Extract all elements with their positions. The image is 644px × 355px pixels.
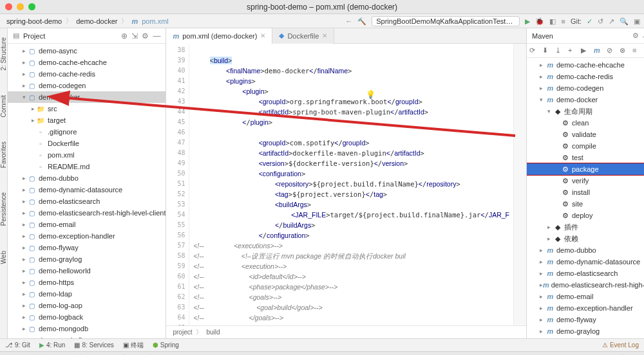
bottom-spring[interactable]: ⬢Spring [153, 341, 179, 349]
add-icon[interactable]: + [568, 46, 577, 55]
expand-arrow-icon[interactable]: ▸ [540, 73, 546, 80]
tree-item[interactable]: ▸▢demo-cache-redis [8, 68, 166, 80]
maven-tree-item[interactable]: ⚙compile [527, 140, 644, 152]
maven-tree-item[interactable]: ▸◆依赖 [527, 233, 644, 244]
expand-arrow-icon[interactable]: ▸ [540, 259, 546, 265]
tree-item[interactable]: ▸▢demo-ldap [8, 288, 166, 300]
tree-item[interactable]: ▸▢demo-async [8, 45, 166, 57]
tab-persistence[interactable]: Persistence [0, 190, 7, 228]
tree-item[interactable]: ▸▢demo-log-aop [8, 300, 166, 311]
maven-tree-item[interactable]: ▸mdemo-codegen [527, 82, 644, 94]
tree-item[interactable]: ▸▢demo-codegen [8, 80, 166, 91]
generate-sources-icon[interactable]: ⬇ [542, 46, 551, 55]
expand-arrow-icon[interactable]: ▸ [21, 244, 27, 251]
expand-arrow-icon[interactable]: ▸ [21, 314, 27, 320]
tree-item[interactable]: ▸📁src [8, 103, 166, 114]
code-editor[interactable]: <build> <finalName>demo-docker</finalNam… [189, 44, 513, 325]
expand-arrow-icon[interactable]: ▸ [540, 293, 546, 300]
project-panel-title[interactable]: Project [23, 32, 117, 40]
project-view-icon[interactable]: ▤ [13, 32, 19, 40]
minimap[interactable] [513, 44, 526, 325]
expand-arrow-icon[interactable]: ▸ [21, 48, 27, 54]
expand-arrow-icon[interactable]: ▸ [21, 59, 27, 66]
tree-item[interactable]: ▾▢demo-docker [8, 91, 166, 103]
tab-web[interactable]: Web [0, 248, 7, 266]
maven-tree-item[interactable]: ⚙verify [527, 175, 644, 187]
select-opened-file-icon[interactable]: ⊕ [121, 32, 128, 41]
vcs-update-icon[interactable]: ✓ [587, 17, 592, 26]
expand-arrow-icon[interactable]: ▾ [21, 94, 27, 100]
maven-tree-item[interactable]: ⚙package [527, 163, 644, 175]
maven-tree[interactable]: ▸mdemo-cache-ehcache▸mdemo-cache-redis▸m… [527, 58, 644, 338]
search-icon[interactable]: 🔍 [620, 17, 629, 26]
tree-item[interactable]: ▫.gitignore [8, 126, 166, 138]
tab-commit[interactable]: Commit [0, 93, 7, 120]
crumb-root[interactable]: project [173, 329, 192, 336]
expand-arrow-icon[interactable]: ▸ [21, 279, 27, 286]
editor-tab-pom[interactable]: m pom.xml (demo-docker) ✕ [166, 28, 272, 44]
expand-arrow-icon[interactable]: ▸ [540, 62, 546, 68]
maven-tree-item[interactable]: ⚙validate [527, 129, 644, 140]
tree-item[interactable]: ▫README.md [8, 161, 166, 172]
maven-tree-item[interactable]: ▸mdemo-dynamic-datasource [527, 256, 644, 268]
maven-tree-item[interactable]: ▸mdemo-flyway [527, 314, 644, 325]
tree-item[interactable]: ▸▢demo-elasticsearch-rest-high-level-cli… [8, 207, 166, 219]
tree-item[interactable]: ▸▢demo-flyway [8, 242, 166, 253]
maven-tree-item[interactable]: ▸◆插件 [527, 221, 644, 233]
maven-tree-item[interactable]: ▸mdemo-cache-redis [527, 71, 644, 82]
tree-item[interactable]: ▸▢demo-exception-handler [8, 230, 166, 242]
maven-tree-item[interactable]: ⚙deploy [527, 210, 644, 221]
tree-item[interactable]: ▫Dockerfile [8, 138, 166, 149]
expand-arrow-icon[interactable]: ▸ [540, 316, 546, 323]
tree-item[interactable]: ▸▢demo-logback [8, 311, 166, 323]
expand-arrow-icon[interactable]: ▸ [21, 82, 27, 89]
bottom-services[interactable]: ▦8: Services [74, 341, 113, 349]
tree-item[interactable]: ▸📁target [8, 114, 166, 126]
maven-tree-item[interactable]: ⚙clean [527, 117, 644, 129]
project-tree[interactable]: ▸▢demo-async▸▢demo-cache-ehcache▸▢demo-c… [8, 44, 166, 338]
expand-arrow-icon[interactable]: ▸ [540, 328, 546, 334]
tree-item[interactable]: ▸▢demo-cache-ehcache [8, 57, 166, 68]
expand-arrow-icon[interactable]: ▸ [540, 85, 546, 91]
maven-tree-item[interactable]: ▸mdemo-helloworld [527, 337, 644, 338]
skip-tests-icon[interactable]: ⊗ [620, 46, 629, 55]
tree-item[interactable]: ▸▢demo-graylog [8, 253, 166, 265]
tree-item[interactable]: ▸▢demo-mongodb [8, 323, 166, 334]
expand-arrow-icon[interactable]: ▸ [21, 233, 27, 239]
settings-icon[interactable]: ▣ [634, 17, 640, 26]
crumb-module[interactable]: demo-docker [76, 17, 117, 25]
expand-arrow-icon[interactable]: ▸ [540, 247, 546, 253]
crumb-node[interactable]: build [206, 329, 220, 336]
maven-tree-item[interactable]: ▸mdemo-elasticsearch-rest-high-level-cli [527, 279, 644, 291]
expand-arrow-icon[interactable]: ▸ [21, 71, 27, 77]
tree-item[interactable]: ▸▢demo-dynamic-datasource [8, 184, 166, 196]
bottom-terminal[interactable]: ▣终端 [123, 341, 144, 350]
expand-arrow-icon[interactable]: ▸ [30, 117, 36, 123]
tree-item[interactable]: ▸▢demo-helloworld [8, 265, 166, 277]
bottom-git[interactable]: ⎇9: Git [5, 341, 30, 349]
expand-arrow-icon[interactable]: ▾ [540, 96, 546, 103]
hammer-icon[interactable]: 🔨 [357, 17, 366, 26]
maven-tree-item[interactable]: ⚙test [527, 152, 644, 163]
expand-arrow-icon[interactable]: ▸ [21, 187, 27, 193]
expand-arrow-icon[interactable]: ▸ [30, 105, 36, 112]
maven-tree-item[interactable]: ▸mdemo-cache-ehcache [527, 59, 644, 71]
tab-favorites[interactable]: Favorites [0, 139, 7, 170]
coverage-icon[interactable]: ◧ [549, 17, 556, 26]
expand-arrow-icon[interactable]: ▸ [547, 235, 554, 242]
back-icon[interactable]: ← [345, 17, 352, 25]
close-icon[interactable]: ✕ [322, 32, 327, 39]
crumb-file[interactable]: pom.xml [142, 17, 169, 25]
run-config-dropdown[interactable]: SpringBootDemoMqKafkaApplicationTests.te… [372, 16, 520, 26]
refresh-icon[interactable]: ⟳ [529, 46, 538, 55]
expand-arrow-icon[interactable]: ▸ [21, 325, 27, 332]
maven-tree-item[interactable]: ▾◆生命周期 [527, 105, 644, 117]
expand-arrow-icon[interactable]: ▸ [21, 175, 27, 181]
expand-arrow-icon[interactable]: ▸ [21, 210, 27, 216]
intention-bulb-icon[interactable]: 💡 [366, 90, 375, 99]
maven-tree-item[interactable]: ▸mdemo-email [527, 291, 644, 302]
tree-item[interactable]: ▫pom.xml [8, 149, 166, 161]
tree-item[interactable]: ▸▢demo-mq-kafka [8, 334, 166, 338]
bottom-run[interactable]: ▶4: Run [39, 341, 65, 349]
expand-arrow-icon[interactable]: ▸ [540, 270, 546, 277]
